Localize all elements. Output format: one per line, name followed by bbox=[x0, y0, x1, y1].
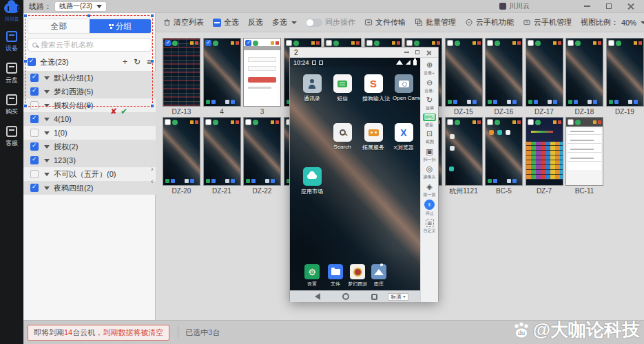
expand-panel-icon[interactable]: › bbox=[151, 165, 154, 172]
device-checkbox[interactable] bbox=[165, 119, 171, 125]
multi-select-dropdown[interactable]: 多选 bbox=[272, 17, 297, 28]
group-checkbox[interactable] bbox=[30, 142, 39, 151]
chevron-down-icon[interactable] bbox=[44, 159, 50, 162]
device-thumb[interactable]: DZ-18 bbox=[565, 38, 603, 117]
stop-tool[interactable]: ‖停止 bbox=[424, 200, 435, 217]
device-screen[interactable] bbox=[163, 117, 200, 186]
group-row[interactable]: 梦幻西游(5) bbox=[23, 85, 156, 98]
device-checkbox[interactable] bbox=[568, 40, 574, 46]
rotate-screen-tool[interactable]: ↻旋屏 bbox=[425, 96, 435, 111]
back-button[interactable] bbox=[315, 293, 320, 300]
sidebar-item-buy[interactable]: 购买 bbox=[0, 94, 23, 116]
screenshot-tool[interactable]: ⊡截图 bbox=[425, 129, 435, 145]
group-row[interactable]: 不可以（五开）(0) bbox=[23, 167, 156, 181]
sort-list-icon[interactable]: ≡ bbox=[147, 57, 152, 67]
phone-app-browser[interactable]: XX浏览器 bbox=[394, 123, 413, 151]
group-row[interactable]: 1(0) bbox=[23, 126, 156, 140]
view-ratio-dropdown[interactable]: 视图比例： 40% bbox=[581, 17, 644, 28]
group-row[interactable]: 夜鸦四组(2) bbox=[23, 181, 156, 195]
refresh-icon[interactable]: ↻ bbox=[134, 57, 141, 67]
phone-maximize-button[interactable] bbox=[412, 48, 423, 56]
group-row[interactable]: 授权分组(0) bbox=[23, 98, 156, 112]
volume-up-tool[interactable]: ⊕音量+ bbox=[423, 61, 435, 76]
select-all-checkbox[interactable] bbox=[28, 58, 36, 66]
group-row[interactable]: 4(10) bbox=[23, 112, 156, 126]
device-thumb[interactable]: DZ-15 bbox=[445, 38, 483, 117]
clear-list-button[interactable]: 清空列表 bbox=[163, 17, 204, 28]
close-button[interactable] bbox=[622, 0, 640, 12]
device-checkbox[interactable] bbox=[487, 40, 493, 46]
group-checkbox[interactable] bbox=[30, 156, 39, 164]
phone-app-contacts[interactable]: 通讯录 bbox=[302, 74, 322, 103]
file-transfer-button[interactable]: 文件传输 bbox=[364, 17, 406, 28]
chevron-down-icon[interactable] bbox=[44, 186, 50, 190]
device-checkbox[interactable] bbox=[165, 40, 171, 46]
marquee-handle[interactable] bbox=[24, 60, 27, 63]
cancel-selection-icon[interactable]: ✘ bbox=[110, 107, 117, 116]
sync-toggle[interactable] bbox=[306, 19, 322, 27]
dock-app-settings[interactable]: ⚙设置 bbox=[304, 264, 320, 288]
sidebar-item-cloud-disk[interactable]: 云盘 bbox=[0, 63, 23, 85]
device-checkbox[interactable] bbox=[406, 40, 413, 46]
chevron-down-icon[interactable] bbox=[44, 76, 50, 80]
scan-tool[interactable]: ▣扫一扫 bbox=[422, 147, 437, 163]
custom-tool[interactable]: ⊞自定义 bbox=[422, 219, 437, 234]
phone-app-sogou[interactable]: S搜狗输入法 bbox=[364, 74, 383, 103]
device-checkbox[interactable] bbox=[528, 40, 534, 46]
shake-tool[interactable]: ◈摇一摇 bbox=[422, 182, 437, 198]
tab-group[interactable]: 分组 bbox=[90, 19, 151, 33]
phone-close-button[interactable] bbox=[423, 48, 434, 56]
device-thumb[interactable]: DZ-16 bbox=[485, 38, 523, 117]
camera-tool[interactable]: ◎摄像头 bbox=[422, 164, 437, 180]
phone-app-service[interactable]: 拓展服务 bbox=[364, 123, 383, 151]
dock-app-files[interactable]: 文件 bbox=[327, 264, 344, 288]
phone-minimize-button[interactable] bbox=[401, 48, 412, 56]
device-screen[interactable] bbox=[526, 38, 563, 107]
chevron-down-icon[interactable] bbox=[44, 145, 50, 149]
device-thumb[interactable]: DZ-22 bbox=[243, 117, 281, 196]
sidebar-item-devices[interactable]: 设备 bbox=[0, 31, 23, 53]
device-checkbox[interactable] bbox=[528, 119, 534, 125]
device-screen[interactable] bbox=[565, 117, 603, 186]
group-checkbox[interactable] bbox=[30, 87, 39, 96]
device-screen[interactable] bbox=[485, 117, 523, 186]
phone-screen[interactable]: 10:24 通讯录短信S搜狗输入法Open Came...Search拓展服务X… bbox=[290, 58, 420, 290]
device-screen[interactable] bbox=[445, 117, 483, 186]
device-checkbox[interactable] bbox=[487, 119, 493, 125]
marquee-handle[interactable] bbox=[151, 14, 154, 17]
chevron-down-icon[interactable] bbox=[44, 131, 50, 135]
keyboard-tool[interactable]: ⌨键盘 bbox=[423, 114, 437, 128]
device-thumb[interactable]: DZ-21 bbox=[203, 117, 241, 196]
device-thumb[interactable]: DZ-19 bbox=[606, 38, 644, 117]
device-screen[interactable] bbox=[243, 38, 281, 107]
device-screen[interactable] bbox=[163, 38, 200, 107]
chevron-down-icon[interactable] bbox=[44, 118, 50, 121]
add-group-icon[interactable]: + bbox=[123, 57, 127, 67]
chevron-down-icon[interactable] bbox=[44, 104, 50, 107]
phone-app-camera[interactable]: Open Came... bbox=[394, 74, 413, 101]
device-screen[interactable] bbox=[606, 38, 644, 107]
device-screen[interactable] bbox=[203, 117, 241, 186]
group-row[interactable]: 默认分组(1) bbox=[23, 71, 156, 85]
device-thumb[interactable]: DZ-17 bbox=[526, 38, 563, 117]
device-thumb[interactable]: BC-11 bbox=[565, 117, 603, 196]
select-all-toolbar[interactable]: 全选 bbox=[213, 17, 239, 28]
group-checkbox[interactable] bbox=[30, 115, 39, 123]
device-screen[interactable] bbox=[526, 117, 563, 186]
batch-manage-button[interactable]: 批量管理 bbox=[415, 17, 456, 28]
search-input[interactable] bbox=[41, 41, 147, 49]
group-checkbox[interactable] bbox=[30, 170, 39, 178]
chevron-down-icon[interactable] bbox=[44, 173, 50, 176]
device-checkbox[interactable] bbox=[245, 40, 251, 46]
device-thumb[interactable]: DZ-7 bbox=[526, 117, 563, 196]
marquee-handle[interactable] bbox=[87, 14, 90, 17]
dock-app-game[interactable]: 梦幻西游 bbox=[349, 264, 366, 288]
dock-app-gallery[interactable]: 图库 bbox=[371, 264, 387, 288]
phone-app-search[interactable]: Search bbox=[333, 123, 352, 150]
group-row[interactable]: 123(3) bbox=[23, 153, 156, 167]
marquee-handle[interactable] bbox=[24, 14, 27, 17]
device-checkbox[interactable] bbox=[205, 119, 211, 125]
line-select-dropdown[interactable]: 线路一(23) bbox=[54, 1, 107, 12]
device-thumb[interactable]: 4 bbox=[203, 38, 241, 117]
recents-button[interactable] bbox=[371, 294, 377, 300]
